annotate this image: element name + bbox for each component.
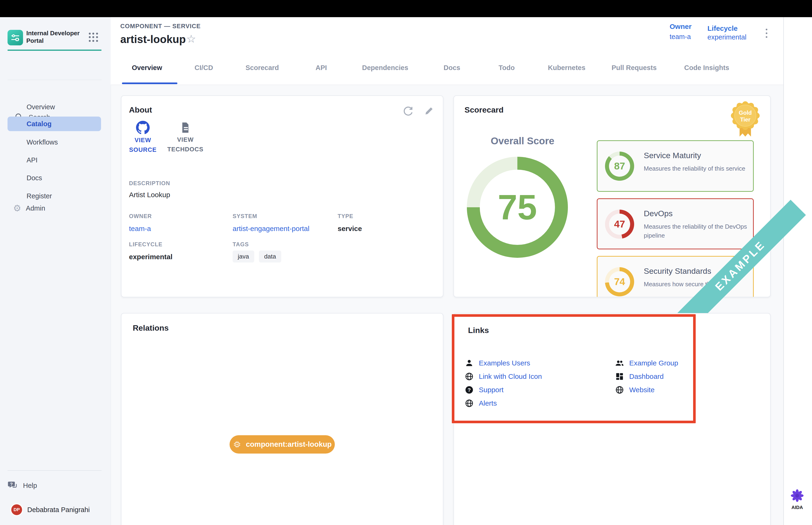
lifecycle-field-label: LIFECYCLE [129, 241, 162, 248]
brand-logo-icon[interactable] [7, 30, 23, 45]
aida-widget[interactable]: AIDA [787, 489, 808, 510]
lifecycle-value: experimental [707, 33, 747, 41]
divider [7, 470, 102, 471]
link-alerts[interactable]: Alerts [465, 399, 497, 408]
relations-card: Relations component:artist-lookup [121, 313, 443, 525]
metric-donut: 47 [605, 210, 634, 239]
sidebar-item-label: Register [27, 192, 52, 200]
view-source-button[interactable]: VIEW SOURCE [125, 121, 160, 155]
owner-field-link[interactable]: team-a [129, 225, 151, 232]
sidebar-item-help[interactable]: ? Help [7, 478, 78, 493]
sidebar-item-workflows[interactable]: Workflows [7, 135, 101, 149]
metric-card-service-maturity[interactable]: 87 Service Maturity Measures the reliabi… [597, 140, 754, 192]
link-examples-users[interactable]: Examples Users [465, 359, 530, 368]
tab-kubernetes[interactable]: Kubernetes [548, 64, 585, 72]
tag-chip[interactable]: java [233, 251, 254, 262]
metric-name: Service Maturity [644, 151, 701, 160]
link-label: Alerts [479, 399, 497, 407]
sidebar-item-api[interactable]: API [7, 153, 101, 167]
link-label: Dashboard [629, 373, 664, 380]
help-chat-icon: ? [7, 480, 18, 491]
link-link-with-cloud-icon[interactable]: Link with Cloud Icon [465, 372, 542, 381]
tab-docs[interactable]: Docs [444, 64, 460, 72]
link-label: Link with Cloud Icon [479, 373, 542, 380]
sidebar: Internal Developer Portal Search Overvie… [0, 17, 111, 525]
tags-list: java data [233, 251, 285, 262]
people-icon [615, 359, 624, 368]
sidebar-item-label: Help [23, 482, 37, 490]
link-label: Website [629, 386, 655, 394]
edit-pencil-icon[interactable] [424, 105, 435, 117]
sidebar-search[interactable]: Search [0, 64, 111, 79]
metric-card-devops[interactable]: 47 DevOps Measures the reliability of th… [597, 198, 754, 249]
tab-todo[interactable]: Todo [499, 64, 515, 72]
overall-score-value: 75 [498, 187, 537, 228]
link-label: Support [479, 386, 504, 394]
link-label: Examples Users [479, 359, 530, 367]
page-title: artist-lookup [120, 33, 186, 46]
more-menu-icon[interactable] [764, 29, 769, 38]
overall-score-donut: 75 [467, 157, 568, 258]
chip-icon [233, 440, 242, 449]
tab-dependencies[interactable]: Dependencies [362, 64, 408, 72]
relations-entity-node[interactable]: component:artist-lookup [230, 435, 335, 453]
links-card-highlight: Links Examples Users Link with Cloud Ico… [452, 314, 696, 423]
apps-grid-icon[interactable] [89, 33, 98, 42]
link-website[interactable]: Website [615, 386, 655, 394]
tab-overview[interactable]: Overview [132, 64, 162, 72]
relations-entity-label: component:artist-lookup [246, 440, 332, 449]
lifecycle-label: Lifecycle [707, 25, 737, 32]
sidebar-item-admin[interactable]: ⚙ Admin [7, 201, 101, 215]
badge-line2: Tier [740, 116, 751, 123]
divider [7, 80, 102, 80]
sidebar-item-label: Docs [27, 174, 42, 182]
metric-name: DevOps [644, 209, 673, 218]
relations-title: Relations [133, 324, 169, 332]
badge-line1: Gold [739, 109, 752, 116]
brand-divider [7, 49, 102, 51]
owner-value-link[interactable]: team-a [670, 33, 691, 41]
about-card: About VIEW SOURCE VIEW TE [121, 95, 443, 297]
sidebar-item-label: Workflows [27, 138, 58, 146]
favorite-star-icon[interactable]: ☆ [186, 33, 196, 44]
tab-scorecard[interactable]: Scorecard [246, 64, 279, 72]
description-label: DESCRIPTION [129, 180, 170, 186]
window-top-bar [0, 0, 812, 17]
tags-field-label: TAGS [233, 241, 249, 248]
sidebar-user[interactable]: DP Debabrata Panigrahi [7, 502, 109, 517]
metric-donut: 74 [605, 267, 634, 296]
metric-donut: 87 [605, 152, 634, 181]
avatar: DP [10, 504, 23, 516]
view-source-label: SOURCE [125, 145, 160, 155]
question-circle-icon: ? [465, 386, 474, 394]
tab-api[interactable]: API [316, 64, 327, 72]
sidebar-item-catalog[interactable]: Catalog [7, 117, 101, 131]
tag-chip[interactable]: data [259, 251, 281, 262]
about-title: About [129, 105, 152, 115]
sidebar-item-docs[interactable]: Docs [7, 170, 101, 185]
metric-name: Security Standards [644, 267, 711, 276]
link-support[interactable]: ? Support [465, 386, 504, 394]
link-dashboard[interactable]: Dashboard [615, 372, 664, 381]
dashboard-grid-icon [615, 372, 624, 381]
tab-pull-requests[interactable]: Pull Requests [612, 64, 657, 72]
sidebar-item-label: Overview [27, 103, 55, 111]
svg-text:?: ? [10, 482, 13, 487]
refresh-icon[interactable] [402, 105, 414, 117]
scorecard-title: Scorecard [464, 105, 504, 115]
globe-icon [465, 399, 474, 408]
tab-code-insights[interactable]: Code Insights [684, 64, 729, 72]
link-example-group[interactable]: Example Group [615, 359, 678, 368]
type-field-value: service [338, 225, 362, 232]
sidebar-item-label: Admin [26, 205, 45, 212]
system-field-link[interactable]: artist-engagement-portal [233, 225, 309, 232]
tab-cicd[interactable]: CI/CD [195, 64, 213, 72]
sidebar-item-overview[interactable]: Overview [7, 100, 101, 114]
right-rail [783, 17, 812, 525]
metric-desc: Measures the reliability of the DevOps p… [644, 222, 752, 240]
sidebar-item-label: Catalog [27, 120, 51, 128]
view-techdocs-label: TECHDOCS [164, 145, 206, 154]
owner-label: Owner [670, 22, 691, 31]
view-techdocs-button[interactable]: VIEW TECHDOCS [164, 121, 206, 154]
globe-icon [615, 386, 624, 394]
